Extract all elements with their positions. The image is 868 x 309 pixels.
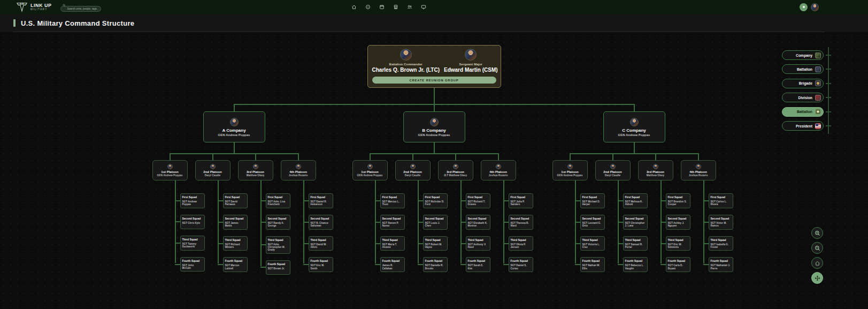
connector — [677, 153, 698, 154]
company-insignia-icon — [815, 52, 821, 58]
platoon-avatar — [167, 164, 173, 169]
squad-card[interactable]: Fourth SquadSGT Daniel S. Cortez — [509, 257, 533, 272]
battalion-insignia-icon — [815, 66, 821, 72]
status-button[interactable] — [800, 3, 808, 11]
global-search — [60, 2, 101, 12]
platoon-name: 4th Platoon — [689, 170, 707, 174]
squad-card[interactable]: Third SquadSGT Isabella G. Foster — [709, 236, 733, 251]
platoon-leader: Joshua Rozario — [289, 174, 308, 177]
connector — [592, 153, 634, 154]
platoon-card[interactable]: 2nd PlatoonDaryl Caudle — [395, 160, 431, 180]
linkup-logo[interactable]: LU LINK UP MILITARY — [16, 2, 52, 12]
home-view-button[interactable] — [811, 257, 823, 269]
rail-tick — [826, 125, 831, 126]
battalion-commander-block[interactable]: Battalion Commander Charles Q. Brown Jr.… — [372, 49, 440, 73]
rail-tick — [826, 69, 831, 70]
connector — [334, 104, 534, 105]
connector — [234, 142, 235, 153]
command-card[interactable]: Battalion Commander Charles Q. Brown Jr.… — [367, 45, 501, 88]
platoon-branch: 1st PlatoonGEN Andrew PoppasFirst SquadS… — [549, 153, 592, 272]
squad-item: Third SquadSGT Olivia P. Jensen — [503, 236, 534, 251]
company-card[interactable]: C CompanyGEN Andrew Poppas — [603, 111, 665, 142]
store-icon[interactable] — [393, 4, 398, 10]
platoon-card[interactable]: 1st PlatoonGEN Andrew Poppas — [152, 160, 188, 180]
platoon-branch: 1st PlatoonGEN Andrew PoppasFirst SquadS… — [149, 153, 191, 275]
level-button-label: Division — [798, 96, 812, 100]
platoon-card[interactable]: 3rd Platoon2LT Matthew Glavy — [438, 160, 473, 180]
connector — [634, 153, 677, 154]
squad-card[interactable]: Second SquadSGT B. Chance Saltzman — [309, 215, 333, 230]
create-reunion-group-button[interactable]: CREATE REUNION GROUP — [372, 77, 496, 84]
platoon-leader: Joshua Rozario — [689, 174, 708, 177]
level-button-president-5[interactable]: President — [782, 121, 824, 131]
squad-item: Second SquadSGT Theresa B. Ward — [503, 215, 534, 230]
sergeant-major-block[interactable]: Sergeant Major Edward Martin (CSM) — [444, 49, 498, 73]
org-chart-canvas[interactable]: Battalion Commander Charles Q. Brown Jr.… — [0, 32, 868, 309]
squad-card[interactable]: Second SquadSGT Theresa B. Ward — [509, 215, 533, 230]
platoon-leader: Matthew Glavy — [247, 174, 265, 177]
squad-card[interactable]: First SquadSGT Carlos L. Rivera — [709, 193, 733, 208]
page-title: U.S. Military Command Structure — [21, 19, 134, 27]
squad-card[interactable]: First SquadSGT Daniel R. Hokanson — [309, 193, 333, 208]
sergeant-major-avatar — [465, 49, 477, 61]
commander-role: Battalion Commander — [389, 63, 423, 66]
squad-item: Second SquadSGT Victor M. Ramos — [703, 215, 734, 230]
squad-card[interactable]: Fourth SquadSGT Eric M. Smith — [309, 257, 333, 272]
level-button-brigade-2[interactable]: Brigade — [782, 79, 824, 88]
platoon-avatar — [653, 164, 658, 169]
platoon-branch: 3rd PlatoonMatthew GlavyFirst SquadSGT B… — [634, 153, 677, 272]
squad-name: Fourth Squad — [511, 259, 531, 262]
screen-share-icon[interactable] — [421, 4, 426, 10]
squad-card[interactable]: First SquadSGT Julia P. Sanders — [509, 193, 533, 208]
platoon-card[interactable]: 4th PlatoonJoshua Rozario — [681, 160, 716, 180]
chat-icon[interactable] — [365, 4, 371, 10]
connector — [191, 153, 234, 154]
squad-card[interactable]: Third SquadSGT Olivia P. Jensen — [509, 236, 533, 251]
level-button-division-3[interactable]: Division — [782, 93, 824, 102]
home-icon[interactable] — [351, 4, 357, 10]
search-input[interactable] — [60, 6, 101, 12]
platoon-leader: Daryl Caudle — [405, 174, 420, 177]
platoon-avatar — [567, 164, 573, 169]
user-avatar[interactable] — [811, 3, 819, 11]
company-card[interactable]: B CompanyGEN Andrew Poppas — [403, 111, 465, 142]
zoom-out-button[interactable] — [811, 242, 823, 254]
pan-button[interactable] — [811, 272, 823, 284]
platoon-branch: 1st PlatoonGEN Andrew PoppasFirst SquadS… — [349, 153, 391, 272]
platoon-card[interactable]: 4th PlatoonJoshua Rozario — [281, 160, 316, 180]
calendar-icon[interactable] — [379, 4, 385, 10]
squad-name: Third Squad — [311, 238, 331, 242]
platoon-card[interactable]: 3rd PlatoonMatthew Glavy — [638, 160, 673, 180]
connector — [170, 153, 191, 154]
platoon-name: 3rd Platoon — [247, 170, 264, 174]
platoon-card[interactable]: 2nd PlatoonDaryl Caudle — [595, 160, 631, 180]
level-button-battalion-4[interactable]: Battalion — [782, 107, 824, 117]
platoon-branch: 2nd PlatoonDaryl CaudleFirst SquadSGT Me… — [592, 153, 634, 272]
squad-card[interactable]: Third SquadSGT David W. Allvin — [309, 236, 333, 251]
connector — [277, 153, 298, 154]
squad-card[interactable]: Fourth SquadSGT Nathaniel J. Pierre — [709, 257, 733, 272]
platoon-card[interactable]: 2nd PlatoonDaryl Caudle — [195, 160, 231, 180]
level-button-battalion-1[interactable]: Battalion — [782, 64, 824, 74]
community-icon[interactable] — [407, 4, 412, 10]
squad-name: Second Squad — [311, 217, 331, 220]
platoon-card[interactable]: 3rd PlatoonMatthew Glavy — [238, 160, 273, 180]
squad-card[interactable]: Second SquadSGT Victor M. Ramos — [709, 215, 733, 230]
squad-leader: SGT Theresa B. Ward — [511, 222, 531, 228]
platoon-avatar — [696, 164, 701, 169]
home-icon — [815, 260, 820, 266]
squad-item: Third SquadSGT David W. Allvin — [303, 236, 334, 251]
platoon-branch: 4th PlatoonJoshua RozarioFirst SquadSGT … — [677, 153, 720, 272]
company-card[interactable]: A CompanyGEN Andrew Poppas — [203, 111, 265, 142]
platoon-avatar — [253, 164, 258, 169]
rail-connector-line — [828, 47, 829, 134]
platoon-leader: Joshua Rozario — [489, 174, 508, 177]
platoon-card[interactable]: 1st PlatoonGEN Andrew Poppas — [352, 160, 388, 180]
platoon-leader: 2LT Matthew Glavy — [444, 174, 467, 177]
platoons-tier: 1st PlatoonGEN Andrew PoppasFirst SquadS… — [349, 153, 520, 272]
logo-subtitle: MILITARY — [30, 8, 52, 11]
platoon-card[interactable]: 1st PlatoonGEN Andrew Poppas — [552, 160, 588, 180]
platoon-card[interactable]: 4th PlatoonJoshua Rozario — [481, 160, 516, 180]
level-button-company-0[interactable]: Company — [782, 50, 824, 60]
zoom-in-button[interactable] — [811, 227, 823, 239]
